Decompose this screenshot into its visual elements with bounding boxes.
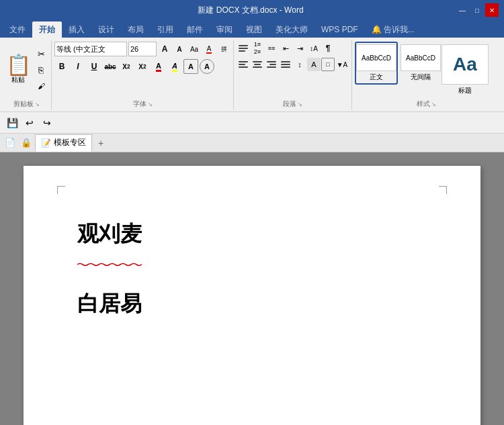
font-size-input[interactable] [128, 42, 157, 56]
justify-button[interactable] [279, 58, 292, 71]
font-circle-button[interactable]: A [200, 59, 214, 74]
tab-lock-icon[interactable]: 🔒 [19, 136, 34, 150]
clipboard-label: 剪贴板 ↘ [4, 99, 48, 109]
lock-icon: 🔒 [21, 138, 32, 148]
style-heading-text: Aa [453, 54, 477, 75]
style-no-spacing-text: AaBbCcD [406, 54, 435, 62]
doc-tab-label: 模板专区 [54, 137, 86, 148]
decrease-indent-button[interactable]: ⇤ [279, 42, 292, 55]
quick-toolbar: 💾 ↩ ↪ [0, 112, 504, 134]
tab-design[interactable]: 设计 [91, 21, 121, 38]
italic-button[interactable]: I [71, 59, 85, 74]
border-button[interactable]: □ [321, 58, 335, 71]
paragraph-group: 1≡2≡ ≡≡ ⇤ ⇥ ↕A ¶ [234, 40, 352, 110]
ribbon-toolbar: 📋 粘贴 ✂ ⎘ 🖌 剪贴板 ↘ A A Aa A [0, 38, 504, 112]
tab-bar: 📄 🔒 📝 模板专区 + [0, 134, 504, 152]
align-right-button[interactable] [265, 58, 278, 71]
paste-button[interactable]: 📋 粘贴 [4, 42, 32, 98]
document-tab[interactable]: 📝 模板专区 [35, 134, 92, 152]
title-bar-controls: — □ ✕ [456, 3, 499, 17]
ribbon-tabs: 文件 开始 插入 设计 布局 引用 邮件 审阅 视图 美化大师 WPS PDF … [0, 20, 504, 38]
title-bar: 新建 DOCX 文档.docx - Word — □ ✕ [0, 0, 504, 20]
align-left-button[interactable] [237, 58, 250, 71]
format-painter-button[interactable]: 🖌 [34, 79, 48, 93]
clipboard-right: ✂ ⎘ 🖌 [34, 42, 48, 98]
highlight-button[interactable]: A [167, 59, 182, 74]
font-border-button[interactable]: A [183, 59, 198, 74]
tab-help[interactable]: 🔔 告诉我... [365, 21, 421, 38]
style-no-spacing-preview: AaBbCcD [401, 44, 441, 71]
corner-mark-tl [57, 186, 65, 194]
tab-layout[interactable]: 布局 [121, 21, 151, 38]
strikethrough-button[interactable]: abc [103, 59, 118, 74]
style-no-spacing[interactable]: AaBbCcD 无间隔 [399, 42, 442, 85]
styles-label: 样式 ↘ [355, 99, 497, 109]
tab-home-icon[interactable]: 📄 [3, 136, 17, 150]
tab-home[interactable]: 开始 [32, 21, 62, 38]
font-color-button[interactable]: A [151, 59, 166, 74]
align-center-button[interactable] [251, 58, 264, 71]
tab-view[interactable]: 视图 [239, 21, 269, 38]
style-normal[interactable]: AaBbCcD 正文 [355, 42, 398, 85]
undo-button[interactable]: ↩ [22, 115, 38, 131]
tab-mailings[interactable]: 邮件 [180, 21, 210, 38]
tab-wpspdf[interactable]: WPS PDF [314, 21, 365, 38]
new-tab-button[interactable]: + [93, 136, 108, 150]
tab-review[interactable]: 审阅 [210, 21, 239, 38]
multi-level-list-button[interactable]: ≡≡ [265, 42, 278, 55]
style-normal-text: AaBbCcD [362, 54, 391, 62]
cut-button[interactable]: ✂ [34, 46, 48, 61]
redo-button[interactable]: ↪ [39, 115, 55, 131]
increase-indent-button[interactable]: ⇥ [293, 42, 306, 55]
clipboard-expand[interactable]: ↘ [35, 101, 40, 107]
squiggly-underline [77, 263, 142, 267]
font-name-input[interactable] [54, 42, 127, 56]
document-title[interactable]: 观刈麦 [77, 220, 142, 249]
paste-label: 粘贴 [11, 75, 25, 85]
font-case-button[interactable]: Aa [187, 42, 201, 56]
line-spacing-button[interactable]: ↕ [293, 58, 306, 71]
bullet-list-button[interactable] [237, 42, 250, 55]
style-heading[interactable]: Aa 标题 [444, 42, 487, 98]
sort-button[interactable]: ↕A [307, 42, 321, 55]
tab-insert[interactable]: 插入 [62, 21, 91, 38]
subscript-button[interactable]: X2 [119, 59, 134, 74]
font-group: A A Aa A 拼 B I U abc X2 X2 A A [52, 40, 234, 110]
font-expand[interactable]: ↘ [148, 101, 153, 107]
undo-icon: ↩ [26, 117, 34, 128]
doc-tab-icon: 📝 [41, 138, 51, 148]
tab-file[interactable]: 文件 [3, 21, 32, 38]
close-button[interactable]: ✕ [485, 3, 499, 17]
save-icon: 💾 [7, 117, 18, 128]
shading-button[interactable]: A [307, 58, 321, 71]
paragraph-label: 段落 ↘ [237, 99, 349, 109]
document-area: 观刈麦 白居易 [0, 152, 504, 425]
style-normal-label: 正文 [370, 73, 383, 82]
tab-references[interactable]: 引用 [151, 21, 180, 38]
save-button[interactable]: 💾 [4, 115, 20, 131]
document-author[interactable]: 白居易 [77, 289, 427, 319]
paragraph-expand[interactable]: ↘ [298, 101, 302, 107]
style-no-spacing-label: 无间隔 [411, 73, 431, 82]
underline-button[interactable]: U [87, 59, 101, 74]
maximize-button[interactable]: □ [470, 3, 484, 17]
superscript-button[interactable]: X2 [135, 59, 150, 74]
clipboard-group: 📋 粘贴 ✂ ⎘ 🖌 剪贴板 ↘ [1, 40, 52, 110]
para-down-button[interactable]: ▼A [335, 58, 349, 71]
copy-button[interactable]: ⎘ [34, 62, 48, 77]
minimize-button[interactable]: — [456, 3, 469, 17]
style-normal-preview: AaBbCcD [356, 44, 396, 71]
font-shrink-button[interactable]: A [173, 42, 186, 56]
number-list-button[interactable]: 1≡2≡ [251, 42, 264, 55]
corner-mark-tr [439, 186, 447, 194]
title-bar-title: 新建 DOCX 文档.docx - Word [46, 5, 456, 16]
font-grow-button[interactable]: A [158, 42, 171, 56]
pinyin-button[interactable]: 拼 [217, 42, 230, 56]
font-label: 字体 ↘ [54, 99, 230, 109]
tab-beautify[interactable]: 美化大师 [269, 21, 314, 38]
bold-button[interactable]: B [54, 59, 69, 74]
font-clear-button[interactable]: A [202, 42, 216, 56]
document-page[interactable]: 观刈麦 白居易 [24, 166, 480, 425]
styles-expand[interactable]: ↘ [431, 101, 436, 107]
show-marks-button[interactable]: ¶ [321, 42, 335, 55]
